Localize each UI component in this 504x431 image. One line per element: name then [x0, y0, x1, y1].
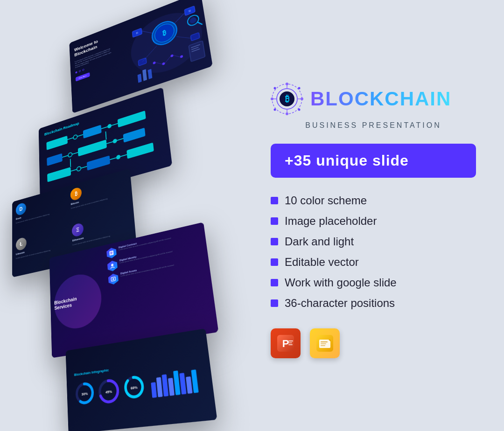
- slides-preview: Welcome toBlockchain Lorem ipsum dolor s…: [0, 0, 261, 431]
- svg-point-47: [112, 139, 117, 144]
- feature-bullet-vector: [271, 258, 278, 266]
- svg-point-33: [73, 134, 77, 139]
- feature-color-scheme: 10 color scheme: [271, 194, 476, 207]
- google-slides-icon: [310, 328, 340, 358]
- svg-point-43: [68, 152, 72, 157]
- svg-line-50: [70, 159, 71, 167]
- svg-rect-77: [156, 377, 163, 397]
- svg-rect-79: [168, 377, 175, 396]
- litecoin-icon: Ł: [16, 236, 27, 251]
- slide1-btn: Read More: [76, 72, 90, 82]
- feature-label-google: Work with google slide: [285, 276, 397, 289]
- feature-dark-light: Dark and light: [271, 235, 476, 248]
- svg-line-56: [110, 158, 116, 160]
- infographic-circle-3: 60%: [123, 373, 146, 400]
- feature-label-dark: Dark and light: [285, 235, 354, 248]
- feature-label-image: Image placeholder: [285, 215, 377, 228]
- svg-line-32: [68, 138, 74, 139]
- svg-line-44: [72, 153, 78, 154]
- svg-rect-51: [47, 167, 71, 182]
- app-icons: P: [271, 328, 476, 358]
- svg-rect-83: [191, 369, 198, 393]
- svg-point-90: [274, 87, 276, 89]
- feature-character-positions: 36-character positions: [271, 297, 476, 310]
- svg-rect-82: [186, 376, 192, 393]
- dash-name: Dash: [16, 216, 21, 220]
- svg-rect-111: [321, 345, 325, 346]
- svg-point-37: [107, 124, 112, 129]
- feature-google-slide: Work with google slide: [271, 276, 476, 289]
- svg-line-42: [62, 155, 68, 157]
- svg-line-36: [101, 127, 107, 129]
- svg-rect-109: [321, 341, 328, 342]
- digital-contract-hex: [106, 247, 117, 259]
- svg-text:30%: 30%: [81, 391, 88, 396]
- ethereum-icon: Ξ: [72, 222, 84, 238]
- svg-rect-45: [78, 139, 107, 156]
- svg-rect-76: [151, 382, 157, 398]
- svg-rect-110: [321, 343, 326, 344]
- svg-point-64: [111, 264, 114, 267]
- feature-editable-vector: Editable vector: [271, 256, 476, 269]
- svg-point-53: [77, 166, 81, 171]
- svg-rect-55: [87, 155, 110, 170]
- svg-rect-78: [162, 374, 169, 396]
- powerpoint-icon: P: [271, 328, 301, 358]
- svg-text:₿: ₿: [162, 29, 167, 37]
- svg-point-92: [274, 108, 276, 111]
- svg-line-34: [77, 134, 84, 136]
- svg-text:P: P: [282, 338, 289, 349]
- feature-bullet-char: [271, 299, 278, 307]
- bitcoin-icon: ₿: [70, 187, 82, 202]
- svg-point-86: [286, 83, 288, 85]
- svg-rect-104: [288, 342, 292, 343]
- litecoin-name: Litecoin: [16, 251, 25, 256]
- brand-logo: ₿: [271, 83, 303, 115]
- svg-line-58: [120, 154, 127, 156]
- slide1-graphic: ₿ B B: [120, 0, 213, 93]
- dash-icon: D: [16, 202, 26, 216]
- svg-point-91: [298, 87, 301, 89]
- feature-bullet-google: [271, 279, 278, 286]
- infographic-bars: [150, 363, 204, 400]
- feature-image-placeholder: Image placeholder: [271, 215, 476, 228]
- svg-point-66: [112, 278, 114, 280]
- infographic-circle-2: 45%: [97, 376, 121, 405]
- digital-identity-hex: [107, 260, 118, 272]
- svg-line-40: [105, 132, 106, 139]
- unique-badge: +35 unique slide: [271, 144, 476, 178]
- infographic-circle-1: 30%: [74, 380, 95, 406]
- svg-point-88: [271, 97, 273, 100]
- svg-line-54: [81, 167, 87, 168]
- feature-label-vector: Editable vector: [285, 256, 359, 269]
- svg-text:45%: 45%: [105, 389, 112, 395]
- svg-rect-80: [173, 370, 181, 395]
- svg-rect-103: [288, 341, 293, 341]
- svg-point-89: [301, 97, 303, 100]
- features-list: 10 color scheme Image placeholder Dark a…: [271, 194, 476, 310]
- brand-header: ₿ BLOCKCHAIN: [271, 83, 476, 115]
- feature-bullet-dark: [271, 238, 278, 245]
- svg-rect-14: [138, 74, 142, 83]
- info-section: ₿ BLOCKCHAIN BUSINESS PRESENTATION +35 u…: [252, 0, 504, 431]
- svg-rect-59: [126, 142, 154, 159]
- svg-rect-81: [179, 373, 186, 395]
- svg-line-52: [71, 169, 77, 171]
- svg-rect-41: [47, 153, 63, 166]
- svg-rect-39: [118, 111, 146, 127]
- digital-assets-hex: [108, 273, 119, 285]
- feature-label-char: 36-character positions: [285, 297, 395, 310]
- feature-bullet-color: [271, 197, 278, 204]
- brand-title: BLOCKCHAIN: [310, 89, 451, 109]
- svg-point-87: [286, 112, 288, 115]
- svg-point-57: [116, 154, 121, 160]
- svg-rect-49: [123, 128, 146, 143]
- svg-rect-105: [288, 344, 293, 345]
- svg-line-46: [106, 142, 112, 144]
- svg-line-48: [117, 139, 124, 140]
- svg-text:₿: ₿: [285, 94, 289, 104]
- brand-subtitle: BUSINESS PRESENTATION: [271, 121, 476, 130]
- svg-point-93: [298, 108, 301, 111]
- svg-line-38: [112, 124, 118, 125]
- svg-rect-35: [83, 125, 102, 139]
